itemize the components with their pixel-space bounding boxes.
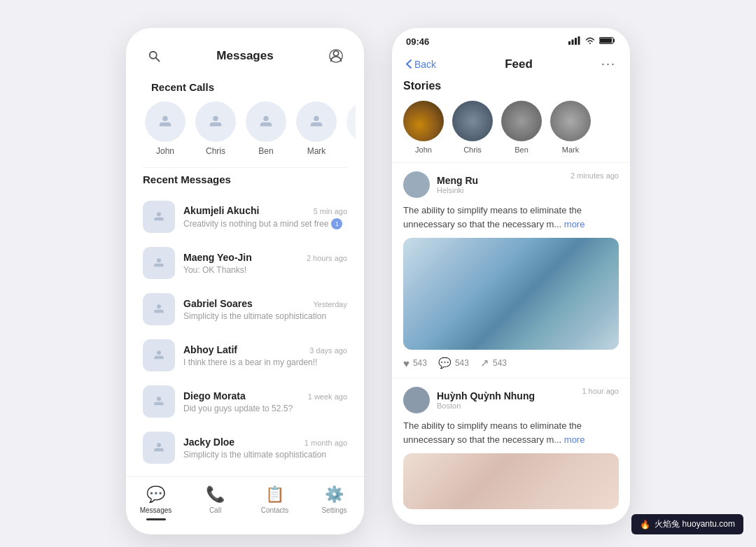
msg-time-5: 1 month ago: [304, 439, 347, 447]
messages-title: Messages: [165, 49, 325, 63]
story-name-mark: Mark: [562, 145, 579, 154]
msg-avatar-0: [143, 201, 175, 233]
feed-title: Feed: [505, 57, 533, 71]
msg-badge-0: 1: [331, 218, 342, 229]
recent-calls-section: Recent Calls John Chris: [126, 76, 364, 167]
msg-top-row-5: Jacky Dloe 1 month ago: [183, 436, 347, 448]
svg-line-1: [156, 58, 160, 62]
story-name-ben: Ben: [514, 145, 528, 154]
message-item-0[interactable]: Akumjeli Akuchi 5 min ago Creativity is …: [126, 194, 364, 240]
post-text-1: The ability to simplify means to elimina…: [403, 419, 619, 446]
message-item-1[interactable]: Maeng Yeo-Jin 2 hours ago You: OK Thanks…: [126, 240, 364, 286]
svg-point-12: [157, 397, 161, 401]
msg-avatar-5: [143, 432, 175, 464]
story-item-chris[interactable]: Chris: [452, 101, 493, 154]
msg-content-0: Akumjeli Akuchi 5 min ago Creativity is …: [183, 205, 347, 229]
messages-header: Messages: [126, 28, 364, 76]
msg-name-2: Gabriel Soares: [183, 298, 253, 309]
post-user-name-0: Meng Ru: [437, 175, 478, 186]
svg-point-10: [157, 304, 161, 308]
post-text-0: The ability to simplify means to elimina…: [403, 204, 619, 231]
post-comment-action[interactable]: 💬 543: [438, 357, 469, 369]
share-icon: ↗: [480, 357, 489, 369]
call-item-ben[interactable]: Ben: [244, 101, 288, 156]
nav-settings[interactable]: ⚙️ Settings: [304, 485, 364, 520]
recent-calls-title: Recent Calls: [134, 76, 356, 101]
message-item-4[interactable]: Diego Morata 1 week ago Did you guys upd…: [126, 378, 364, 425]
watermark: 🔥 火焰兔 huoyantu.com: [631, 514, 743, 534]
comment-count: 543: [455, 358, 469, 368]
left-phone: Messages Recent Calls John: [126, 28, 364, 534]
story-item-john[interactable]: John: [403, 101, 444, 154]
post-more-1[interactable]: more: [564, 434, 585, 445]
post-more-0[interactable]: more: [564, 219, 585, 229]
call-avatar-ben: [246, 101, 286, 142]
watermark-fire: 🔥: [640, 520, 650, 530]
nav-call[interactable]: 📞 Call: [186, 485, 245, 520]
svg-point-9: [157, 258, 161, 262]
signal-icon: [568, 36, 581, 47]
post-avatar-0: [403, 171, 430, 198]
call-item-john[interactable]: John: [143, 101, 188, 156]
msg-time-4: 1 week ago: [308, 392, 347, 401]
post-like-action[interactable]: ♥ 543: [403, 357, 427, 369]
post-actions-0: ♥ 543 💬 543 ↗ 543: [403, 357, 619, 369]
settings-nav-icon: ⚙️: [325, 485, 344, 504]
status-bar: 09:46: [392, 28, 630, 51]
back-label: Back: [414, 59, 436, 70]
nav-contacts-label: Contacts: [261, 506, 288, 514]
calls-scroll: John Chris Ben: [134, 101, 356, 156]
svg-point-2: [333, 51, 338, 56]
call-item-mark[interactable]: Mark: [294, 101, 339, 156]
msg-avatar-3: [143, 339, 175, 371]
svg-rect-15: [572, 40, 574, 45]
right-phone: 09:46: [392, 28, 630, 525]
msg-preview-1: You: OK Thanks!: [183, 265, 347, 275]
msg-time-0: 5 min ago: [314, 207, 347, 215]
svg-rect-17: [578, 36, 580, 45]
msg-content-3: Abhoy Latif 3 days ago I think there is …: [183, 344, 347, 367]
feed-post-1: Huỳnh Quỳnh Nhung Boston 1 hour ago The …: [392, 378, 630, 525]
stories-section: Stories John Chris Ben Mark: [392, 80, 630, 162]
post-user-details-1: Huỳnh Quỳnh Nhung Boston: [437, 390, 535, 410]
nav-messages-label: Messages: [140, 506, 172, 514]
message-item-5[interactable]: Jacky Dloe 1 month ago Simplicity is the…: [126, 425, 364, 471]
nav-contacts[interactable]: 📋 Contacts: [245, 485, 304, 520]
msg-time-3: 3 days ago: [309, 346, 347, 355]
profile-icon[interactable]: [325, 45, 347, 67]
story-item-mark[interactable]: Mark: [550, 101, 591, 154]
post-image-inner-0: [403, 238, 619, 350]
svg-point-0: [150, 52, 157, 59]
msg-avatar-1: [143, 247, 175, 279]
call-avatar-ghost: [346, 101, 356, 142]
msg-content-4: Diego Morata 1 week ago Did you guys upd…: [183, 390, 347, 413]
msg-preview-0: Creativity is nothing but a mind set fre…: [183, 218, 347, 229]
svg-rect-14: [568, 41, 570, 45]
call-name-chris: Chris: [206, 146, 225, 156]
msg-top-row-2: Gabriel Soares Yesterday: [183, 298, 347, 309]
post-time-0: 2 minutes ago: [570, 171, 619, 180]
msg-content-2: Gabriel Soares Yesterday Simplicity is t…: [183, 298, 347, 321]
message-item-3[interactable]: Abhoy Latif 3 days ago I think there is …: [126, 332, 364, 378]
story-avatar-john: [403, 101, 444, 141]
more-button[interactable]: ···: [601, 57, 616, 71]
message-item-2[interactable]: Gabriel Soares Yesterday Simplicity is t…: [126, 286, 364, 332]
call-avatar-mark: [296, 101, 337, 142]
feed-post-0: Meng Ru Helsinki 2 minutes ago The abili…: [392, 162, 630, 378]
watermark-text: 火焰兔 huoyantu.com: [654, 518, 735, 530]
msg-content-1: Maeng Yeo-Jin 2 hours ago You: OK Thanks…: [183, 252, 347, 275]
nav-messages[interactable]: 💬 Messages: [126, 485, 186, 520]
stories-title: Stories: [403, 80, 619, 92]
svg-point-11: [157, 350, 161, 355]
post-share-action[interactable]: ↗ 543: [480, 357, 507, 369]
story-avatar-chris: [452, 101, 493, 141]
post-user-details-0: Meng Ru Helsinki: [437, 175, 478, 194]
story-name-chris: Chris: [463, 145, 482, 154]
back-button[interactable]: Back: [406, 59, 436, 70]
msg-top-row-0: Akumjeli Akuchi 5 min ago: [183, 205, 347, 216]
msg-top-row-3: Abhoy Latif 3 days ago: [183, 344, 347, 355]
story-item-ben[interactable]: Ben: [501, 101, 542, 154]
msg-preview-4: Did you guys update to 52.5?: [183, 404, 347, 413]
search-icon[interactable]: [143, 45, 165, 67]
call-item-chris[interactable]: Chris: [193, 101, 238, 156]
